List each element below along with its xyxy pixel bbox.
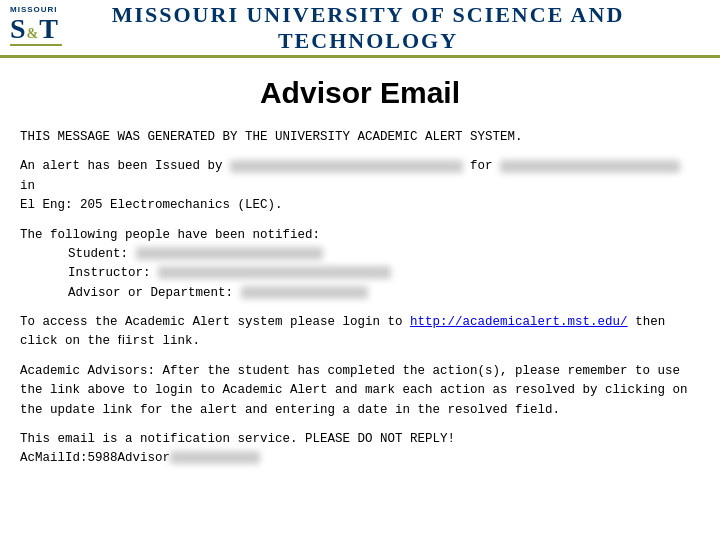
logo-ampersand: & xyxy=(27,27,39,41)
page-title: Advisor Email xyxy=(0,58,720,120)
notification-footer: This email is a notification service. PL… xyxy=(20,430,700,469)
advisor-label: Advisor or Department: xyxy=(68,286,241,300)
academic-alert-link[interactable]: http://academicalert.mst.edu/ xyxy=(410,315,628,329)
student-label: Student: xyxy=(68,247,136,261)
alert-course-text: inEl Eng: 205 Electromechanics (LEC). xyxy=(20,179,283,212)
header: Missouri S & T Missouri University of Sc… xyxy=(0,0,720,58)
advisor-blurred xyxy=(241,286,369,299)
logo-area: Missouri S & T xyxy=(10,6,62,50)
issuer-name-blurred xyxy=(230,160,463,173)
system-message: THIS MESSAGE WAS GENERATED BY THE UNIVER… xyxy=(20,128,700,147)
instructor-label: Instructor: xyxy=(68,266,158,280)
logo-underline xyxy=(10,44,62,46)
email-content: THIS MESSAGE WAS GENERATED BY THE UNIVER… xyxy=(0,120,720,489)
advisors-note: Academic Advisors: After the student has… xyxy=(20,362,700,420)
student-name-blurred xyxy=(500,160,680,173)
student-line: Student: xyxy=(68,247,323,261)
alert-for-text: for xyxy=(463,159,501,173)
logo-t-letter: T xyxy=(39,15,58,43)
logo-s-letter: S xyxy=(10,15,26,43)
logo-box: Missouri S & T xyxy=(10,6,62,50)
advisor-line: Advisor or Department: xyxy=(68,286,368,300)
university-title-text: Missouri University of Science and Techn… xyxy=(112,2,625,53)
instructor-blurred xyxy=(158,266,391,279)
instructor-line: Instructor: xyxy=(68,266,391,280)
acmail-suffix-blurred xyxy=(170,451,260,464)
student-blurred xyxy=(136,247,324,260)
access-section: To access the Academic Alert system plea… xyxy=(20,313,700,352)
alert-line: An alert has been Issued by for inEl Eng… xyxy=(20,157,700,215)
acmail-id: AcMailId:5988Advisor xyxy=(20,451,170,465)
logo-st: S & T xyxy=(10,15,62,43)
notified-header: The following people have been notified: xyxy=(20,228,320,242)
university-title: Missouri University of Science and Techn… xyxy=(78,2,710,54)
access-text-before: To access the Academic Alert system plea… xyxy=(20,315,410,329)
alert-text-before: An alert has been Issued by xyxy=(20,159,230,173)
notified-section: The following people have been notified:… xyxy=(20,226,700,304)
notification-line: This email is a notification service. PL… xyxy=(20,432,455,446)
